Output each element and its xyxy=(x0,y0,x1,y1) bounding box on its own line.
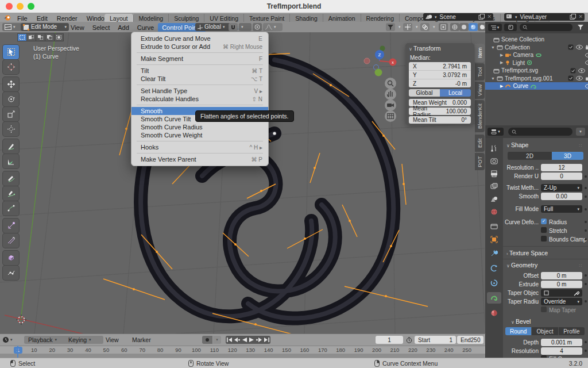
shading-material-icon[interactable] xyxy=(469,23,478,31)
frame-end-field[interactable]: End250 xyxy=(457,336,483,344)
tool-tilt[interactable] xyxy=(3,201,19,216)
viewport-menu-select[interactable]: Select xyxy=(88,22,114,33)
camera-view-button[interactable] xyxy=(385,99,396,111)
menu-item-smooth-curve-radius[interactable]: Smooth Curve Radius xyxy=(131,123,268,131)
select-mode-invert-button[interactable] xyxy=(45,33,55,41)
next-keyframe-button[interactable] xyxy=(256,338,262,342)
unlink-scene-icon[interactable]: ✕ xyxy=(487,13,492,21)
scene-selector[interactable]: ▾ Scene ✕ xyxy=(423,13,493,21)
outliner-row-camera[interactable]: ▶ Camera xyxy=(485,51,588,59)
bevel-round-button[interactable]: Round xyxy=(505,327,531,335)
bounds-clamp-checkbox[interactable] xyxy=(541,236,547,241)
new-scene-icon[interactable] xyxy=(478,14,485,20)
menu-item-set-handle-type[interactable]: Set Handle TypeV ▸ xyxy=(131,87,268,95)
snap-settings-dropdown[interactable]: ▾ xyxy=(239,23,252,31)
menu-item-smooth-curve-weight[interactable]: Smooth Curve Weight xyxy=(131,131,268,139)
tool-randomize[interactable] xyxy=(3,233,19,248)
use-preview-range-icon[interactable] xyxy=(406,337,412,343)
hide-eye-icon[interactable] xyxy=(576,76,583,80)
local-toggle-button[interactable]: Local xyxy=(440,89,471,97)
radius-checkbox[interactable]: ✓ xyxy=(541,218,547,224)
properties-tab-modifiers[interactable] xyxy=(487,247,501,259)
animate-dot[interactable] xyxy=(585,229,587,232)
proportional-falloff-dropdown[interactable]: ▾ xyxy=(263,23,283,31)
select-mode-set-button[interactable] xyxy=(17,33,27,41)
outliner-row-light[interactable]: ▶ Light xyxy=(485,59,588,67)
select-mode-subtract-button[interactable] xyxy=(36,33,45,41)
properties-tab-constraints[interactable] xyxy=(487,277,501,289)
hide-eye-icon[interactable] xyxy=(585,84,588,89)
outliner-filter-icon[interactable] xyxy=(504,24,517,31)
properties-tab-view-layer[interactable] xyxy=(487,181,501,192)
texture-space-section-header[interactable]: › Texture Space xyxy=(506,250,548,256)
eyedropper-icon[interactable] xyxy=(574,290,579,296)
new-viewlayer-icon[interactable] xyxy=(570,14,577,20)
properties-context-dropdown[interactable]: ▾ xyxy=(488,128,504,136)
orthographic-toggle-button[interactable] xyxy=(385,110,396,122)
bevel-object-button[interactable]: Object xyxy=(532,327,558,335)
viewport-menu-view[interactable]: View xyxy=(67,22,88,33)
auto-keyframe-record-button[interactable] xyxy=(202,336,212,344)
jump-to-end-button[interactable] xyxy=(264,338,269,342)
checkbox-icon[interactable] xyxy=(568,44,574,50)
animate-dot[interactable] xyxy=(585,175,587,178)
sidebar-tab-blenderkit[interactable]: BlenderKit xyxy=(475,100,485,132)
frame-start-field[interactable]: Start1 xyxy=(415,336,456,344)
playhead[interactable] xyxy=(17,346,18,358)
play-reverse-button[interactable] xyxy=(242,338,247,342)
properties-search-input[interactable] xyxy=(508,128,572,136)
shading-wireframe-icon[interactable] xyxy=(450,23,459,31)
render-u-field[interactable]: 0 xyxy=(541,172,582,180)
tool-rotate[interactable] xyxy=(3,92,19,106)
select-mode-extend-button[interactable] xyxy=(26,33,36,41)
timeline-ruler[interactable]: 1 10203040506070809010011012013014015016… xyxy=(0,346,485,354)
bevel-depth-field[interactable]: 0.001 m xyxy=(541,339,582,346)
tool-scale[interactable] xyxy=(3,107,19,121)
menu-item-clear-tilt[interactable]: Clear Tilt⌥ T xyxy=(131,75,268,83)
tool-draw-curve[interactable] xyxy=(3,171,19,186)
menu-item-extrude-move[interactable]: Extrude Curve and MoveE xyxy=(131,34,268,43)
hide-eye-icon[interactable] xyxy=(578,68,585,73)
bevel-resolution-field[interactable]: 4 xyxy=(541,347,582,355)
menu-item-tilt[interactable]: Tilt⌘ T xyxy=(131,67,268,75)
tool-cursor[interactable] xyxy=(3,60,19,74)
properties-tab-collection[interactable] xyxy=(487,220,501,232)
snap-toggle-magnet-icon[interactable] xyxy=(229,23,238,31)
selected-point-end[interactable] xyxy=(273,132,276,135)
animate-dot[interactable] xyxy=(585,187,587,189)
stretch-checkbox[interactable] xyxy=(541,227,547,233)
tool-extrude[interactable] xyxy=(3,251,19,265)
twist-method-dropdown[interactable]: Z-Up▾ xyxy=(541,184,582,191)
offset-field[interactable]: 0 m xyxy=(541,272,582,279)
show-visibility-filter-icon[interactable] xyxy=(386,23,395,31)
tool-transform[interactable] xyxy=(3,122,19,136)
animate-dot[interactable] xyxy=(585,238,587,240)
menu-item-hooks[interactable]: Hooks^ H ▸ xyxy=(131,143,268,151)
animate-dot[interactable] xyxy=(585,221,587,223)
sidebar-tab-pot[interactable]: POT xyxy=(475,153,485,170)
disable-render-camera-icon[interactable] xyxy=(585,45,588,50)
previous-keyframe-button[interactable] xyxy=(234,338,240,342)
bevel-section-header[interactable]: ∨ Bevel xyxy=(511,318,531,325)
resolution-field[interactable]: 12 xyxy=(541,164,582,171)
animate-dot[interactable] xyxy=(585,283,587,285)
outliner-filter-funnel-icon[interactable] xyxy=(576,24,585,31)
play-button[interactable] xyxy=(249,338,254,342)
outliner-row-trefimport-svg-001[interactable]: ▼ TrefImport.svg.001 xyxy=(485,75,588,82)
tool-measure[interactable] xyxy=(3,154,19,168)
editor-type-selector[interactable]: ▾ xyxy=(2,23,22,31)
show-gizmo-icon[interactable] xyxy=(403,23,412,31)
disable-render-camera-icon[interactable] xyxy=(585,76,588,81)
hide-eye-icon[interactable] xyxy=(576,45,583,49)
properties-tab-material[interactable] xyxy=(487,307,501,319)
shape-section-header[interactable]: ∨ Shape xyxy=(506,141,528,148)
navigation-gizmo[interactable]: Z x xyxy=(364,46,397,76)
sidebar-tab-item[interactable]: Item xyxy=(475,44,485,62)
menu-item-extrude-cursor[interactable]: Extrude to Cursor or Add⌘ Right Mouse xyxy=(131,43,268,51)
median-xyz-fields[interactable]: X2.7941 m Y3.0792 m Z-0 m xyxy=(409,62,471,87)
hide-eye-icon[interactable] xyxy=(585,53,588,57)
animate-dot[interactable] xyxy=(585,341,587,343)
expand-arrow-icon[interactable]: ▼ xyxy=(491,45,495,49)
transform-orientation-selector[interactable]: Global ▾ xyxy=(195,23,231,31)
sidebar-tab-tool[interactable]: Tool xyxy=(475,63,485,80)
